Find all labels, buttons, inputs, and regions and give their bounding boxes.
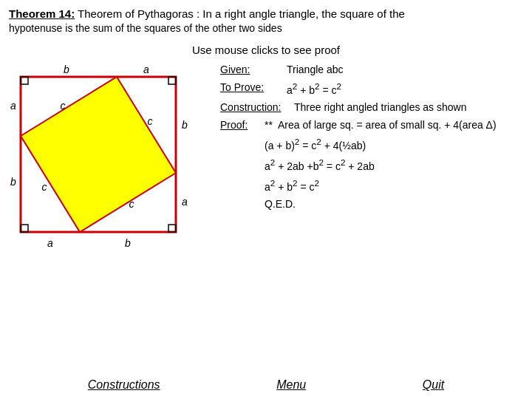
header-line1: Theorem 14: Theorem of Pythagoras : In a… — [9, 6, 523, 21]
label-c3: c — [129, 198, 134, 210]
quit-button[interactable]: Quit — [423, 378, 444, 392]
label-left-b: b — [10, 176, 16, 188]
label-c1: c — [61, 100, 66, 112]
proof-star: ** Area of large sq. = area of small sq.… — [265, 119, 525, 131]
label-top-b: b — [64, 64, 69, 75]
to-prove-label: To Prove: — [220, 81, 287, 93]
construction-label: Construction: — [220, 101, 294, 113]
eq1: (a + b)2 = c2 + 4(½ab) — [265, 137, 366, 151]
label-left-a: a — [10, 100, 16, 112]
proof-note: Area of large sq. = area of small sq. + … — [278, 119, 497, 131]
label-bottom-b: b — [125, 237, 131, 249]
label-right-b: b — [182, 119, 188, 131]
constructions-button[interactable]: Constructions — [88, 378, 160, 392]
proof-stars: ** — [265, 119, 273, 131]
construction-row: Construction: Three right angled triangl… — [220, 101, 525, 113]
to-prove-value: a2 + b2 = c2 — [287, 81, 525, 96]
label-bottom-a: a — [47, 237, 53, 249]
eq2-row: a2 + 2ab +b2 = c2 + 2ab — [265, 157, 525, 172]
mouse-prompt: Use mouse clicks to see proof — [0, 44, 532, 56]
diagram-svg: b a a b a b b a c c c c — [7, 64, 200, 307]
eq3: a2 + b2 = c2 — [265, 178, 319, 193]
label-right-a: a — [182, 196, 188, 208]
eq1-row: (a + b)2 = c2 + 4(½ab) — [265, 137, 525, 151]
footer: Constructions Menu Quit — [0, 378, 532, 392]
proof-area: Given: Triangle abc To Prove: a2 + b2 = … — [207, 64, 525, 315]
label-top-a: a — [143, 64, 149, 75]
qed: Q.E.D. — [265, 198, 296, 210]
diagram-area: b a a b a b b a c c c c — [7, 64, 207, 315]
label-c4: c — [42, 181, 47, 193]
header-line2: hypotenuse is the sum of the squares of … — [9, 21, 523, 36]
proof-main-row: Proof: ** Area of large sq. = area of sm… — [220, 119, 525, 131]
construction-value: Three right angled triangles as shown — [294, 101, 525, 113]
content-area: b a a b a b b a c c c c Given: Triangle … — [0, 64, 532, 315]
theorem-label: Theorem 14: — [9, 7, 75, 20]
eq3-row: a2 + b2 = c2 — [265, 178, 525, 193]
header-line1-text: Theorem of Pythagoras : In a right angle… — [78, 7, 405, 20]
svg-marker-1 — [21, 77, 176, 232]
qed-row: Q.E.D. — [265, 198, 525, 210]
proof-label: Proof: — [220, 119, 265, 131]
given-value: Triangle abc — [287, 64, 525, 75]
given-row: Given: Triangle abc — [220, 64, 525, 75]
menu-button[interactable]: Menu — [276, 378, 306, 392]
given-label: Given: — [220, 64, 287, 75]
to-prove-row: To Prove: a2 + b2 = c2 — [220, 81, 525, 96]
label-c2: c — [148, 115, 153, 127]
eq2: a2 + 2ab +b2 = c2 + 2ab — [265, 157, 375, 172]
header: Theorem 14: Theorem of Pythagoras : In a… — [0, 0, 532, 39]
